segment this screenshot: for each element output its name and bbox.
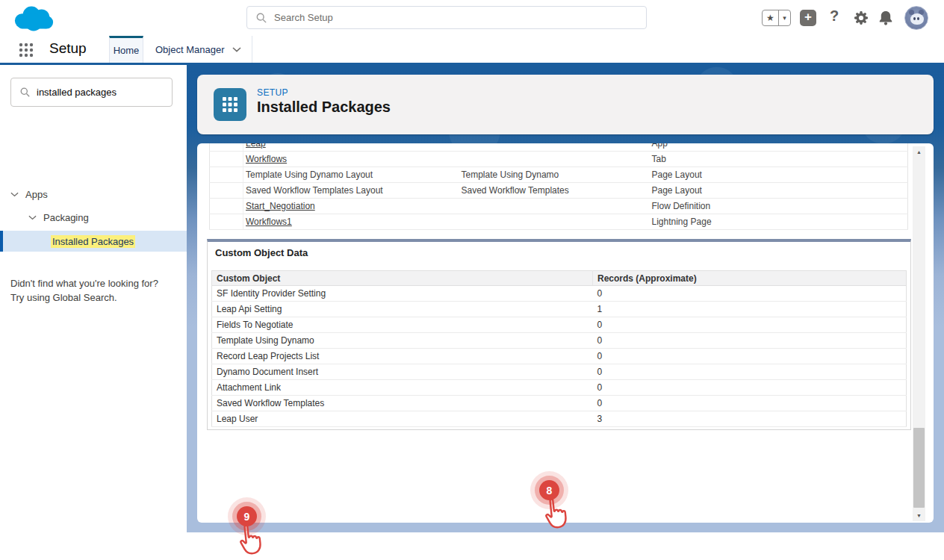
- component-parent: [462, 214, 652, 230]
- component-link[interactable]: Start_Negotiation: [246, 201, 315, 211]
- grid-icon: [221, 96, 239, 113]
- chevron-down-icon[interactable]: [28, 215, 37, 220]
- table-row: Attachment Link0: [212, 380, 907, 396]
- sidebar-item-packaging[interactable]: Packaging: [28, 212, 89, 223]
- scroll-down-arrow-icon[interactable]: ▼: [913, 510, 925, 521]
- vertical-scrollbar[interactable]: ▲ ▼: [913, 146, 925, 521]
- notifications-bell-icon[interactable]: [877, 9, 895, 27]
- records-cell: 0: [593, 333, 907, 349]
- tab-home-label: Home: [114, 45, 140, 56]
- table-row: Leap Api Setting1: [212, 302, 907, 317]
- table-row: Leap User3: [212, 411, 907, 427]
- object-cell: Template Using Dynamo: [212, 333, 593, 349]
- component-type: Tab: [652, 152, 908, 167]
- component-parent: Template Using Dynamo: [462, 167, 652, 183]
- tab-home[interactable]: Home: [109, 36, 143, 63]
- component-parent: [462, 152, 652, 167]
- chevron-down-icon: [232, 47, 241, 52]
- salesforce-logo-icon[interactable]: [12, 4, 55, 32]
- help-icon[interactable]: ?: [830, 7, 839, 25]
- object-cell: Leap User: [212, 411, 593, 427]
- custom-object-data-table: Custom Object Records (Approximate) SF I…: [211, 270, 907, 427]
- component-type: App: [652, 143, 908, 152]
- component-name: Template Using Dynamo Layout: [243, 167, 462, 183]
- scrollbar-thumb[interactable]: [913, 428, 925, 508]
- table-row: Leap App: [210, 143, 908, 152]
- component-type: Lightning Page: [652, 214, 908, 230]
- records-cell: 0: [593, 317, 907, 333]
- component-parent: [462, 199, 652, 214]
- component-type: Page Layout: [652, 183, 908, 199]
- sidebar-quick-find[interactable]: [10, 78, 173, 107]
- tab-object-manager[interactable]: Object Manager: [143, 36, 252, 63]
- setup-sidebar: Apps Packaging Installed Packages Didn't…: [0, 65, 187, 560]
- table-row: Dynamo Document Insert0: [212, 364, 907, 380]
- table-row: Record Leap Projects List0: [212, 349, 907, 364]
- component-link[interactable]: Workflows1: [246, 217, 292, 227]
- records-cell: 0: [593, 364, 907, 380]
- component-parent: [462, 143, 652, 152]
- main-region: SETUP Installed Packages Leap App Workfl…: [187, 65, 944, 532]
- records-cell: 3: [593, 411, 907, 427]
- app-name: Setup: [49, 40, 87, 57]
- favorite-star-icon[interactable]: ★: [763, 10, 779, 25]
- global-search[interactable]: [246, 6, 647, 29]
- search-icon: [20, 87, 30, 97]
- records-cell: 0: [593, 396, 907, 411]
- component-link[interactable]: Workflows: [246, 154, 287, 164]
- component-link[interactable]: Leap: [246, 143, 266, 149]
- table-row: SF Identity Provider Setting0: [212, 286, 907, 302]
- favorites-dropdown-icon[interactable]: ▾: [779, 10, 790, 25]
- object-cell: Dynamo Document Insert: [212, 364, 593, 380]
- object-cell: Fields To Negotiate: [212, 317, 593, 333]
- favorites-button-group[interactable]: ★ ▾: [762, 10, 791, 26]
- table-row: Workflows1 Lightning Page: [210, 214, 908, 230]
- setup-gear-icon[interactable]: [852, 9, 870, 27]
- table-row: Workflows Tab: [210, 152, 908, 167]
- section-title: Custom Object Data: [208, 242, 910, 264]
- records-cell: 0: [593, 380, 907, 396]
- table-row: Start_Negotiation Flow Definition: [210, 199, 908, 214]
- object-cell: SF Identity Provider Setting: [212, 286, 593, 302]
- avatar-eye: [913, 17, 916, 20]
- chevron-down-icon[interactable]: [10, 192, 19, 197]
- help-text-line: Didn't find what you're looking for?: [10, 276, 158, 290]
- table-row: Template Using Dynamo Layout Template Us…: [210, 167, 908, 183]
- page-title: Installed Packages: [257, 99, 391, 116]
- pointer-hand-icon: [539, 494, 573, 533]
- component-type: Page Layout: [652, 167, 908, 183]
- component-type: Flow Definition: [652, 199, 908, 214]
- sidebar-item-label-highlighted: Installed Packages: [51, 235, 135, 248]
- records-cell: 0: [593, 349, 907, 364]
- object-cell: Saved Workflow Templates: [212, 396, 593, 411]
- installed-packages-app-icon: [214, 88, 246, 121]
- step-badge-9: 9: [237, 506, 257, 526]
- table-row: Template Using Dynamo0: [212, 333, 907, 349]
- table-row: Fields To Negotiate0: [212, 317, 907, 333]
- breadcrumb: SETUP: [257, 87, 288, 98]
- object-cell: Record Leap Projects List: [212, 349, 593, 364]
- object-cell: Attachment Link: [212, 380, 593, 396]
- sidebar-item-label: Packaging: [43, 212, 89, 223]
- records-cell: 0: [593, 286, 907, 302]
- app-launcher-icon[interactable]: [18, 42, 34, 58]
- sidebar-quick-find-input[interactable]: [37, 87, 160, 98]
- table-row: Saved Workflow Templates Layout Saved Wo…: [210, 183, 908, 199]
- sidebar-item-installed-packages[interactable]: Installed Packages: [0, 231, 187, 252]
- sidebar-item-apps[interactable]: Apps: [10, 189, 48, 200]
- pointer-hand-icon: [234, 520, 267, 559]
- scroll-up-arrow-icon[interactable]: ▲: [913, 146, 925, 158]
- content-frame: Leap App Workflows Tab Template Using Dy…: [197, 143, 934, 523]
- column-header-records: Records (Approximate): [593, 271, 907, 286]
- user-avatar[interactable]: [904, 6, 928, 30]
- custom-object-data-panel: Custom Object Data Custom Object Records…: [207, 239, 911, 430]
- sidebar-help-text: Didn't find what you're looking for? Try…: [10, 276, 158, 305]
- package-components-table: Leap App Workflows Tab Template Using Dy…: [209, 143, 908, 230]
- global-header: ★ ▾ + ?: [0, 0, 944, 36]
- page-header-card: SETUP Installed Packages: [197, 75, 934, 134]
- global-search-input[interactable]: [274, 12, 603, 23]
- setup-nav-bar: Setup Home Object Manager: [0, 36, 944, 65]
- quick-create-button[interactable]: +: [800, 10, 816, 26]
- sidebar-item-label: Apps: [25, 189, 48, 200]
- component-name: Saved Workflow Templates Layout: [243, 183, 462, 199]
